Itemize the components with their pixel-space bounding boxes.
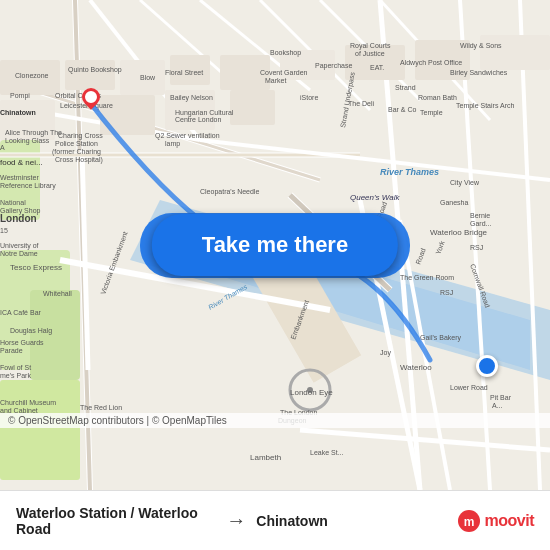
svg-text:me's Park: me's Park bbox=[0, 372, 31, 379]
svg-text:Quinto Bookshop: Quinto Bookshop bbox=[68, 66, 122, 74]
svg-text:Charing Cross: Charing Cross bbox=[58, 132, 103, 140]
svg-text:m: m bbox=[463, 515, 474, 529]
svg-text:Bar & Co: Bar & Co bbox=[388, 106, 417, 113]
svg-text:Douglas Halg: Douglas Halg bbox=[10, 327, 52, 335]
bottom-bar: Waterloo Station / Waterloo Road → China… bbox=[0, 490, 550, 550]
svg-text:Q2 Sewer ventilation: Q2 Sewer ventilation bbox=[155, 132, 220, 140]
svg-text:Westminster: Westminster bbox=[0, 174, 39, 181]
svg-text:Market: Market bbox=[265, 77, 286, 84]
svg-text:EAT.: EAT. bbox=[370, 64, 384, 71]
svg-text:iStore: iStore bbox=[300, 94, 318, 101]
svg-text:University of: University of bbox=[0, 242, 39, 250]
svg-text:lamp: lamp bbox=[165, 140, 180, 148]
svg-text:food & nei...: food & nei... bbox=[0, 158, 43, 167]
svg-text:Churchill Museum: Churchill Museum bbox=[0, 399, 56, 406]
svg-text:Waterloo: Waterloo bbox=[400, 363, 432, 372]
svg-text:Wildy & Sons: Wildy & Sons bbox=[460, 42, 502, 50]
svg-text:Paperchase: Paperchase bbox=[315, 62, 352, 70]
svg-text:Temple Stairs Arch: Temple Stairs Arch bbox=[456, 102, 514, 110]
svg-text:The Red Lion: The Red Lion bbox=[80, 404, 122, 411]
svg-text:London: London bbox=[0, 213, 37, 224]
svg-text:(former Charing: (former Charing bbox=[52, 148, 101, 156]
svg-text:RSJ: RSJ bbox=[440, 289, 453, 296]
svg-text:Royal Courts: Royal Courts bbox=[350, 42, 391, 50]
svg-text:Horse Guards: Horse Guards bbox=[0, 339, 44, 346]
svg-text:The Green Room: The Green Room bbox=[400, 274, 454, 281]
svg-text:Tesco Express: Tesco Express bbox=[10, 263, 62, 272]
svg-text:Bookshop: Bookshop bbox=[270, 49, 301, 57]
route-arrow-icon: → bbox=[216, 509, 256, 532]
svg-text:River Thames: River Thames bbox=[380, 167, 439, 177]
svg-text:Centre London: Centre London bbox=[175, 116, 221, 123]
svg-rect-43 bbox=[230, 90, 275, 125]
svg-text:City View: City View bbox=[450, 179, 480, 187]
svg-text:Parade: Parade bbox=[0, 347, 23, 354]
svg-text:Strand: Strand bbox=[395, 84, 416, 91]
svg-text:A...: A... bbox=[492, 402, 503, 409]
svg-text:National: National bbox=[0, 199, 26, 206]
route-to: Chinatown bbox=[256, 513, 456, 529]
svg-rect-39 bbox=[480, 35, 550, 70]
svg-text:Waterloo Bridge: Waterloo Bridge bbox=[430, 228, 488, 237]
svg-text:Lower Road: Lower Road bbox=[450, 384, 488, 391]
svg-text:Leake St...: Leake St... bbox=[310, 449, 344, 456]
svg-text:of Justice: of Justice bbox=[355, 50, 385, 57]
svg-text:Blow: Blow bbox=[140, 74, 156, 81]
svg-rect-5 bbox=[30, 290, 80, 380]
destination-pin bbox=[476, 355, 498, 377]
svg-text:Temple: Temple bbox=[420, 109, 443, 117]
svg-text:Whitehall: Whitehall bbox=[43, 290, 72, 297]
svg-text:Gail's Bakery: Gail's Bakery bbox=[420, 334, 462, 342]
map-attribution: © OpenStreetMap contributors | © OpenMap… bbox=[0, 413, 550, 428]
svg-text:Gard...: Gard... bbox=[470, 220, 491, 227]
svg-text:Ganesha: Ganesha bbox=[440, 199, 469, 206]
svg-text:Looking Glass: Looking Glass bbox=[5, 137, 50, 145]
moovit-icon: m bbox=[457, 509, 481, 533]
svg-text:A: A bbox=[0, 144, 5, 151]
svg-text:Alice Through The: Alice Through The bbox=[5, 129, 62, 137]
svg-text:Pompi: Pompi bbox=[10, 92, 30, 100]
svg-text:Fowl of St: Fowl of St bbox=[0, 364, 31, 371]
svg-text:Roman Bath: Roman Bath bbox=[418, 94, 457, 101]
svg-text:Chinatown: Chinatown bbox=[0, 109, 36, 116]
svg-text:Lambeth: Lambeth bbox=[250, 453, 281, 462]
svg-rect-46 bbox=[0, 380, 80, 480]
svg-text:Bailey Nelson: Bailey Nelson bbox=[170, 94, 213, 102]
moovit-logo: m moovit bbox=[457, 509, 534, 533]
svg-text:London Eye: London Eye bbox=[290, 388, 333, 397]
svg-text:Cleopatra's Needle: Cleopatra's Needle bbox=[200, 188, 259, 196]
moovit-text: moovit bbox=[485, 512, 534, 530]
svg-text:RSJ: RSJ bbox=[470, 244, 483, 251]
route-from: Waterloo Station / Waterloo Road bbox=[16, 505, 216, 537]
svg-text:Pit Bar: Pit Bar bbox=[490, 394, 512, 401]
svg-rect-32 bbox=[65, 60, 115, 90]
svg-text:15: 15 bbox=[0, 227, 8, 234]
svg-text:Police Station: Police Station bbox=[55, 140, 98, 147]
svg-text:Clonezone: Clonezone bbox=[15, 72, 49, 79]
svg-text:Floral Street: Floral Street bbox=[165, 69, 203, 76]
svg-text:Notre Dame: Notre Dame bbox=[0, 250, 38, 257]
take-me-there-button[interactable]: Take me there bbox=[152, 214, 398, 276]
svg-text:Cross Hospital): Cross Hospital) bbox=[55, 156, 103, 164]
svg-text:Joy: Joy bbox=[380, 349, 391, 357]
svg-text:Aldwych Post Office: Aldwych Post Office bbox=[400, 59, 462, 67]
map-container: Clonezone Quinto Bookshop Pompi Chinatow… bbox=[0, 0, 550, 490]
svg-text:Bernie: Bernie bbox=[470, 212, 490, 219]
svg-text:ICA Café Bar: ICA Café Bar bbox=[0, 309, 42, 316]
svg-text:Covent Garden: Covent Garden bbox=[260, 69, 308, 76]
svg-text:The Deli: The Deli bbox=[348, 100, 375, 107]
svg-text:Queen's Walk: Queen's Walk bbox=[350, 193, 400, 202]
svg-text:Birley Sandwiches: Birley Sandwiches bbox=[450, 69, 508, 77]
svg-text:Reference Library: Reference Library bbox=[0, 182, 56, 190]
